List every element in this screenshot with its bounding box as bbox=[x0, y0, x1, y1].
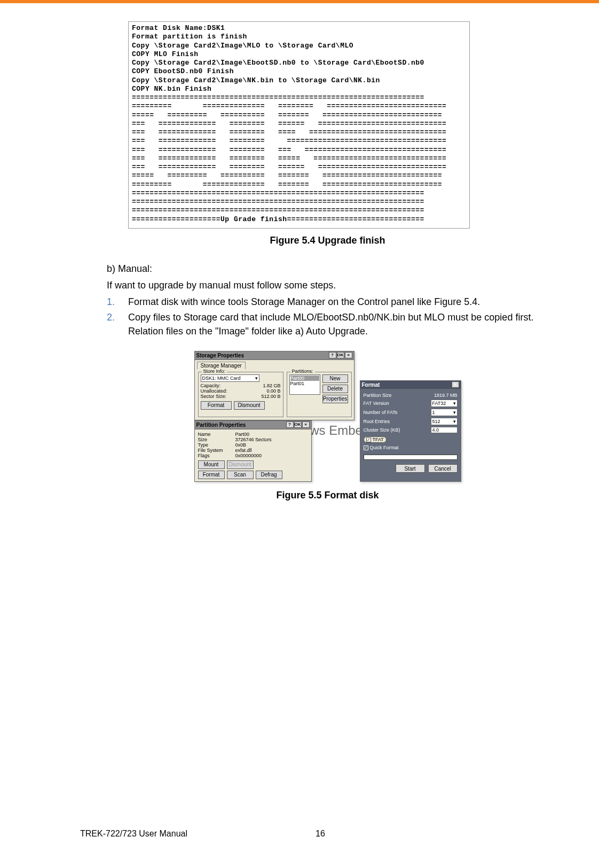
manual-intro: If want to upgrade by manual must follow… bbox=[107, 279, 548, 292]
list-item: 1. Format disk with wince tools Storage … bbox=[107, 295, 548, 309]
quick-format-label: Quick Format bbox=[370, 445, 399, 450]
cluster-size-input[interactable]: 4.0 bbox=[431, 427, 458, 433]
list-text: Copy files to Storage card that include … bbox=[128, 311, 548, 338]
fmt-root-label: Root Entries bbox=[364, 419, 390, 424]
manual-heading: b) Manual: bbox=[107, 262, 548, 276]
format-button[interactable]: Format bbox=[198, 471, 225, 479]
page-top-accent bbox=[0, 0, 599, 3]
list-number: 2. bbox=[107, 311, 128, 338]
mount-button[interactable]: Mount bbox=[198, 460, 225, 469]
properties-button[interactable]: Properties bbox=[322, 395, 348, 403]
new-button[interactable]: New bbox=[322, 374, 348, 383]
upgrade-terminal: Format Disk Name:DSK1 Format partition i… bbox=[128, 21, 470, 229]
unallocated-value: 0.00 B bbox=[266, 388, 280, 394]
partition-item[interactable]: Part01 bbox=[290, 381, 319, 386]
pp-name-label: Name bbox=[198, 432, 235, 437]
format-button[interactable]: Format bbox=[201, 401, 232, 410]
pp-type-label: Type bbox=[198, 442, 235, 448]
list-item: 2. Copy files to Storage card that inclu… bbox=[107, 311, 548, 338]
close-button[interactable]: × bbox=[302, 421, 310, 428]
fmt-psize-value: 1819.7 MB bbox=[434, 393, 458, 398]
format-titlebar: Format × bbox=[360, 381, 461, 389]
help-button[interactable]: ? bbox=[286, 421, 294, 428]
storage-properties-titlebar: Storage Properties ? OK × bbox=[195, 351, 354, 360]
pp-name-value: Part00 bbox=[235, 432, 250, 437]
chevron-down-icon: ▾ bbox=[453, 410, 456, 415]
store-info-group: Store Info: DSK1: MMC Card ▾ Capacity:1.… bbox=[198, 372, 283, 417]
page-footer: TREK-722/723 User Manual 16 bbox=[80, 829, 548, 839]
root-entries-select[interactable]: 512▾ bbox=[431, 418, 458, 425]
figure-5-5-caption: Figure 5.5 Format disk bbox=[107, 490, 548, 501]
defrag-button[interactable]: Defrag bbox=[256, 471, 282, 479]
footer-page-number: 16 bbox=[316, 829, 325, 839]
storage-manager-figure: Storage Properties ? OK × Storage Manage… bbox=[194, 351, 461, 484]
page-content: Format Disk Name:DSK1 Format partition i… bbox=[107, 21, 548, 815]
root-entries-value: 512 bbox=[432, 419, 440, 424]
window-title: Storage Properties bbox=[196, 353, 244, 358]
partition-properties-window: Partition Properties ? OK × NamePart00 S… bbox=[194, 420, 312, 482]
help-button[interactable]: ? bbox=[329, 352, 336, 358]
delete-button[interactable]: Delete bbox=[322, 385, 348, 393]
start-button[interactable]: Start bbox=[396, 464, 425, 473]
unallocated-label: Unallocated: bbox=[201, 388, 227, 394]
num-fats-select[interactable]: 1▾ bbox=[431, 409, 458, 416]
chevron-down-icon: ▾ bbox=[453, 419, 456, 424]
footer-manual-name: TREK-722/723 User Manual bbox=[80, 829, 187, 839]
fmt-cluster-label: Cluster Size (KB) bbox=[364, 427, 400, 433]
fat-version-value: FAT32 bbox=[432, 401, 446, 406]
partition-listbox[interactable]: Part00 Part01 bbox=[289, 374, 320, 395]
disk-select-value: DSK1: MMC Card bbox=[202, 376, 241, 381]
pp-flags-value: 0x00000000 bbox=[235, 453, 262, 458]
fmt-nfat-label: Number of FATs bbox=[364, 410, 398, 415]
sector-value: 512.00 B bbox=[261, 394, 280, 399]
window-title: Partition Properties bbox=[196, 422, 246, 428]
fat-version-select[interactable]: FAT32▾ bbox=[431, 400, 458, 407]
storage-manager-tab[interactable]: Storage Manager bbox=[197, 362, 246, 369]
partitions-group: Partitions: Part00 Part01 New Delete Pro… bbox=[287, 372, 352, 417]
chevron-down-icon: ▾ bbox=[255, 376, 258, 381]
pp-fs-value: exfat.dll bbox=[235, 448, 252, 453]
fmt-psize-label: Partition Size bbox=[364, 393, 392, 398]
scan-button[interactable]: Scan bbox=[227, 471, 254, 479]
figure-5-4-caption: Figure 5.4 Upgrade finish bbox=[107, 235, 548, 246]
capacity-value: 1.82 GB bbox=[263, 383, 280, 388]
pp-type-value: 0x0B bbox=[235, 442, 247, 448]
cancel-button[interactable]: Cancel bbox=[428, 464, 458, 473]
close-button[interactable]: × bbox=[452, 381, 459, 388]
tfat-checkbox[interactable]: ✓TFAT bbox=[364, 436, 387, 443]
ok-button[interactable]: OK bbox=[294, 421, 302, 428]
list-text: Format disk with wince tools Storage Man… bbox=[128, 295, 548, 309]
window-title: Format bbox=[362, 382, 380, 388]
dismount-button[interactable]: Dismount bbox=[234, 401, 265, 410]
list-number: 1. bbox=[107, 295, 128, 309]
pp-fs-label: File System bbox=[198, 448, 235, 453]
chevron-down-icon: ▾ bbox=[453, 401, 456, 406]
format-progress-bar bbox=[364, 455, 458, 460]
format-window: Format × Partition Size1819.7 MB FAT Ver… bbox=[360, 380, 461, 482]
partition-item-selected[interactable]: Part00 bbox=[290, 376, 319, 381]
partition-properties-titlebar: Partition Properties ? OK × bbox=[195, 421, 311, 429]
storage-properties-window: Storage Properties ? OK × Storage Manage… bbox=[194, 351, 354, 420]
fmt-fat-label: FAT Version bbox=[364, 401, 389, 406]
capacity-label: Capacity: bbox=[201, 383, 221, 388]
partitions-label: Partitions: bbox=[290, 369, 315, 374]
tfat-label: TFAT bbox=[373, 437, 384, 442]
ok-button[interactable]: OK bbox=[337, 352, 344, 358]
quick-format-checkbox[interactable]: ✓ bbox=[364, 445, 368, 450]
pp-size-label: Size bbox=[198, 437, 235, 442]
dismount-button-disabled: Dismount bbox=[227, 460, 254, 469]
pp-flags-label: Flags bbox=[198, 453, 235, 458]
disk-select[interactable]: DSK1: MMC Card ▾ bbox=[201, 374, 259, 382]
sector-label: Sector Size: bbox=[201, 394, 227, 399]
store-info-label: Store Info: bbox=[202, 369, 227, 374]
num-fats-value: 1 bbox=[432, 410, 435, 415]
pp-size-value: 3726746 Sectors bbox=[235, 437, 272, 442]
close-button[interactable]: × bbox=[345, 352, 352, 358]
check-icon: ✓ bbox=[366, 437, 371, 442]
